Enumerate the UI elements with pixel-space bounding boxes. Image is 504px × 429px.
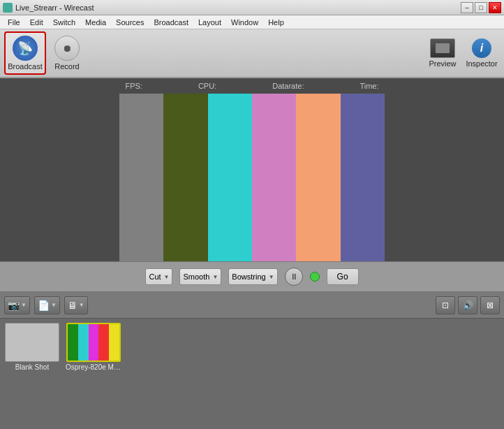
record-icon: [54, 36, 80, 61]
broadcast-label: Broadcast: [8, 62, 43, 71]
menu-item-switch[interactable]: Switch: [48, 17, 80, 28]
status-indicator: [310, 272, 320, 282]
broadcast-icon: [13, 36, 38, 61]
preview-label: Preview: [429, 59, 456, 68]
color-bars: [119, 94, 385, 261]
source-area: 📷 ▼ 📄 ▼ 🖥 ▼ ⊡ 🔊 ⊠: [0, 292, 504, 429]
smooth-label: Smooth: [183, 272, 209, 281]
source-item-osprey[interactable]: Osprey-820e MFI-A: [66, 323, 121, 371]
menu-item-file[interactable]: File: [3, 17, 25, 28]
cpu-label: CPU:: [198, 82, 216, 90]
bowstring-label: Bowstring: [232, 272, 265, 281]
source-items: Blank Shot Osprey-820e MFI-A: [0, 319, 504, 429]
color-bar: [119, 94, 163, 261]
inspector-button[interactable]: i Inspector: [464, 38, 500, 68]
inspector-label: Inspector: [466, 59, 497, 68]
screen-dropdown-icon: ▼: [79, 302, 84, 308]
blank-thumb-fill: [6, 323, 59, 361]
menu-item-layout[interactable]: Layout: [193, 17, 226, 28]
cut-dropdown[interactable]: Cut ▼: [145, 268, 172, 285]
source-toolbar-right: ⊡ 🔊 ⊠: [436, 296, 500, 314]
screen-source-button[interactable]: 🖥 ▼: [64, 296, 88, 314]
bowstring-arrow-icon: ▼: [269, 274, 274, 280]
window-controls: – □ ✕: [461, 2, 501, 13]
blank-shot-thumb: [5, 323, 59, 362]
color-bar: [252, 94, 296, 261]
broadcast-button[interactable]: Broadcast: [4, 31, 46, 75]
toolbar: Broadcast Record Preview i Inspector: [0, 29, 504, 78]
record-button[interactable]: Record: [46, 31, 88, 75]
add-doc-icon: 📄: [38, 300, 50, 311]
controls-bar: Cut ▼ Smooth ▼ Bowstring ▼ ⏸ Go: [0, 261, 504, 292]
title-text: Live_Strearr - Wirecast: [3, 3, 94, 13]
pause-button[interactable]: ⏸: [285, 268, 303, 286]
stats-bar: FPS: CPU: Datarate: Time:: [0, 78, 504, 94]
smooth-dropdown[interactable]: Smooth ▼: [179, 268, 221, 285]
menu-item-edit[interactable]: Edit: [25, 17, 48, 28]
color-bar: [163, 94, 207, 261]
add-source-button[interactable]: 📄 ▼: [34, 296, 60, 314]
maximize-button[interactable]: □: [475, 2, 487, 13]
close-button[interactable]: ✕: [489, 2, 501, 13]
toolbar-right: Preview i Inspector: [424, 38, 500, 68]
osprey-label: Osprey-820e MFI-A: [66, 363, 121, 371]
preview-button[interactable]: Preview: [424, 38, 461, 68]
screen-icon: 🖥: [68, 300, 77, 311]
menu-item-window[interactable]: Window: [226, 17, 263, 28]
menu-item-help[interactable]: Help: [263, 17, 289, 28]
time-label: Time:: [360, 82, 378, 90]
smooth-arrow-icon: ▼: [212, 274, 218, 280]
fps-label: FPS:: [125, 82, 142, 90]
go-button[interactable]: Go: [327, 268, 359, 285]
menu-item-sources[interactable]: Sources: [111, 17, 149, 28]
menu-bar: FileEditSwitchMediaSourcesBroadcastLayou…: [0, 15, 504, 29]
add-dropdown-icon: ▼: [51, 302, 57, 308]
preview-icon: [430, 38, 455, 58]
osprey-colorbars: [68, 324, 119, 361]
record-label: Record: [54, 62, 79, 71]
cut-arrow-icon: ▼: [164, 274, 170, 280]
preview-area: FPS: CPU: Datarate: Time:: [0, 78, 504, 261]
source-item-blank[interactable]: Blank Shot: [4, 323, 60, 371]
camera-icon: 📷: [8, 300, 20, 311]
preview-canvas: [119, 94, 385, 261]
camera-tool-button[interactable]: 📷 ▼: [4, 296, 30, 314]
audio-button[interactable]: 🔊: [458, 296, 477, 314]
bowstring-dropdown[interactable]: Bowstring ▼: [228, 268, 277, 285]
blank-shot-label: Blank Shot: [15, 363, 49, 371]
title-bar: Live_Strearr - Wirecast – □ ✕: [0, 0, 504, 15]
source-toolbar: 📷 ▼ 📄 ▼ 🖥 ▼ ⊡ 🔊 ⊠: [0, 292, 504, 319]
datarate-label: Datarate:: [272, 82, 304, 90]
fullscreen-button[interactable]: ⊠: [480, 296, 500, 314]
osprey-thumb: [66, 323, 121, 362]
layout-view-button[interactable]: ⊡: [436, 296, 455, 314]
menu-item-broadcast[interactable]: Broadcast: [149, 17, 193, 28]
color-bar: [296, 94, 340, 261]
main-content: FPS: CPU: Datarate: Time: Cut ▼ Smooth ▼…: [0, 78, 504, 429]
color-bar: [341, 94, 385, 261]
title-label: Live_Strearr - Wirecast: [15, 3, 94, 12]
cut-label: Cut: [149, 272, 161, 281]
minimize-button[interactable]: –: [461, 2, 473, 13]
inspector-icon: i: [472, 38, 491, 58]
camera-dropdown-icon: ▼: [21, 302, 27, 308]
color-bar: [208, 94, 252, 261]
app-icon: [3, 3, 13, 13]
menu-item-media[interactable]: Media: [80, 17, 111, 28]
